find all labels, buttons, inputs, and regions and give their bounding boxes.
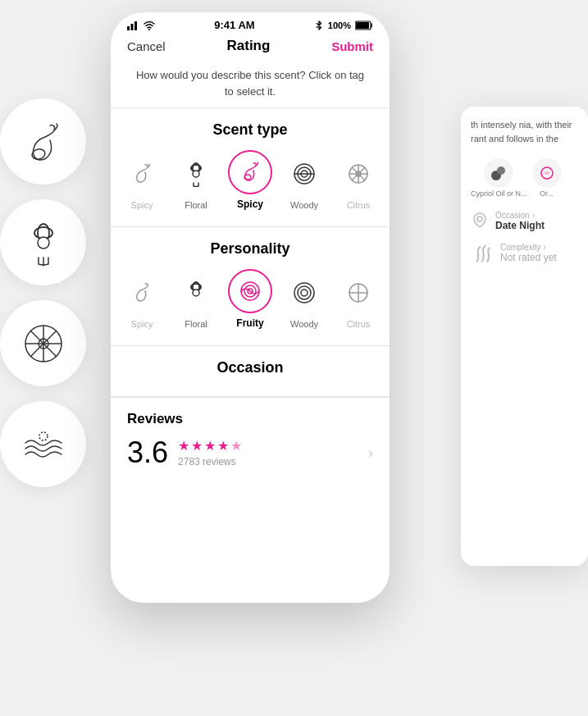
option-fruity-selected[interactable]: Fruity	[228, 269, 272, 329]
occasion-info-text: Occasion › Date Night	[495, 211, 545, 231]
option-label-p-floral: Floral	[185, 319, 207, 329]
option-p-spicy-partial[interactable]: Spicy	[120, 271, 164, 329]
or-circle	[532, 158, 562, 188]
reviews-count: 2783 reviews	[178, 456, 242, 467]
or-icon	[538, 164, 556, 182]
option-label-p-woody: Woody	[290, 319, 318, 329]
option-p-floral[interactable]: Floral	[174, 271, 218, 329]
status-bar: 9:41 AM 100%	[111, 12, 390, 34]
svg-point-39	[497, 166, 505, 175]
complexity-info-row: Complexity › Not rated yet	[471, 243, 578, 266]
star-3: ★	[204, 438, 216, 454]
reviews-title: Reviews	[127, 411, 373, 427]
ingredient-cypriol: Cypriol Oil or N...	[471, 158, 527, 198]
option-citrus-partial[interactable]: Citrus	[336, 152, 381, 210]
nav-bar: Cancel Rating Submit	[111, 34, 390, 62]
svg-point-41	[477, 217, 482, 221]
svg-point-8	[39, 432, 48, 440]
reviews-stars-area: ★ ★ ★ ★ ★ 2783 reviews	[178, 438, 242, 467]
svg-rect-11	[134, 21, 137, 30]
star-2: ★	[191, 438, 203, 454]
option-label-fruity: Fruity	[236, 317, 263, 329]
bg-circle-citrus	[0, 300, 86, 386]
option-icon-citrus	[336, 152, 381, 196]
battery-icon	[355, 21, 373, 30]
phone-frame: 9:41 AM 100% Cancel Rating Submit How wo…	[111, 12, 390, 603]
option-spicy-selected[interactable]: Spicy	[228, 150, 272, 210]
citrus-p-icon	[345, 280, 371, 306]
option-label-spicy-partial: Spicy	[131, 200, 153, 210]
option-woody[interactable]: Woody	[282, 152, 326, 210]
background-circles	[0, 98, 86, 487]
option-icon-fruity	[228, 269, 272, 313]
reviews-section[interactable]: Reviews 3.6 ★ ★ ★ ★ ★ 2783 reviews ›	[111, 397, 390, 483]
option-label-citrus: Citrus	[347, 200, 371, 210]
chili-icon	[19, 117, 68, 166]
option-floral[interactable]: Floral	[174, 152, 218, 210]
svg-point-19	[193, 171, 199, 177]
woody-p-icon	[291, 280, 317, 306]
complexity-info-value: Not rated yet	[500, 252, 557, 263]
personality-section: Personality Spicy	[111, 227, 390, 345]
chili-p-icon	[129, 280, 155, 306]
star-5: ★	[230, 438, 242, 454]
option-icon-p-citrus	[336, 271, 381, 315]
complexity-info-label: Complexity ›	[500, 243, 557, 252]
occasion-section: Occasion	[111, 346, 390, 396]
bluetooth-icon	[314, 21, 324, 30]
svg-rect-14	[356, 22, 369, 29]
svg-point-36	[301, 290, 308, 296]
option-icon-spicy-partial	[120, 152, 164, 196]
bg-circle-flower	[0, 199, 86, 285]
star-4: ★	[217, 438, 229, 454]
option-icon-p-spicy-partial	[120, 271, 164, 315]
stars-row: ★ ★ ★ ★ ★	[178, 438, 242, 454]
scent-type-title: Scent type	[111, 121, 390, 139]
citrus-small-icon	[345, 161, 371, 187]
battery-percent: 100%	[328, 21, 351, 30]
svg-point-30	[193, 290, 199, 296]
floral-p-icon	[183, 280, 209, 306]
woody-small-icon	[291, 161, 317, 187]
bg-circle-wave	[0, 401, 86, 487]
cancel-button[interactable]: Cancel	[127, 39, 166, 53]
svg-point-12	[148, 29, 150, 30]
reviews-chevron-icon[interactable]: ›	[368, 445, 373, 462]
occasion-info-value: Date Night	[495, 220, 545, 231]
option-spicy-partial[interactable]: Spicy	[120, 152, 164, 210]
option-p-citrus-partial[interactable]: Citrus	[336, 271, 381, 329]
svg-point-5	[38, 237, 49, 249]
flower-icon	[19, 218, 68, 267]
floral-small-icon	[183, 161, 209, 187]
bg-circle-chili	[0, 98, 86, 185]
option-p-woody[interactable]: Woody	[282, 271, 326, 329]
fruity-icon	[237, 278, 263, 304]
option-icon-woody	[282, 152, 326, 196]
option-icon-spicy	[228, 150, 272, 194]
complexity-info-text: Complexity › Not rated yet	[500, 243, 557, 263]
reviews-score: 3.6	[127, 436, 168, 470]
personality-options: Spicy Floral	[111, 269, 390, 337]
option-label-floral: Floral	[185, 200, 207, 210]
complexity-icon	[471, 243, 494, 266]
page-title: Rating	[226, 38, 270, 54]
scent-type-section: Scent type Spicy	[111, 108, 390, 226]
wave-icon	[19, 420, 68, 469]
chili-small-icon	[129, 161, 155, 187]
option-label-p-citrus: Citrus	[347, 319, 371, 329]
signal-icon	[127, 21, 140, 30]
spicy-selected-icon	[237, 159, 263, 185]
ingredient-or: Or...	[532, 158, 562, 198]
svg-point-35	[298, 286, 311, 299]
citrus-icon	[19, 319, 68, 368]
star-1: ★	[178, 438, 189, 454]
battery-area: 100%	[314, 21, 373, 30]
occasion-info-label: Occasion ›	[495, 211, 545, 220]
occasion-info-row: Occasion › Date Night	[471, 211, 578, 231]
submit-button[interactable]: Submit	[331, 39, 373, 53]
occasion-title: Occasion	[111, 359, 390, 376]
svg-rect-10	[131, 24, 134, 30]
signal-area	[127, 21, 155, 30]
status-time: 9:41 AM	[214, 19, 254, 31]
svg-rect-9	[127, 26, 130, 30]
